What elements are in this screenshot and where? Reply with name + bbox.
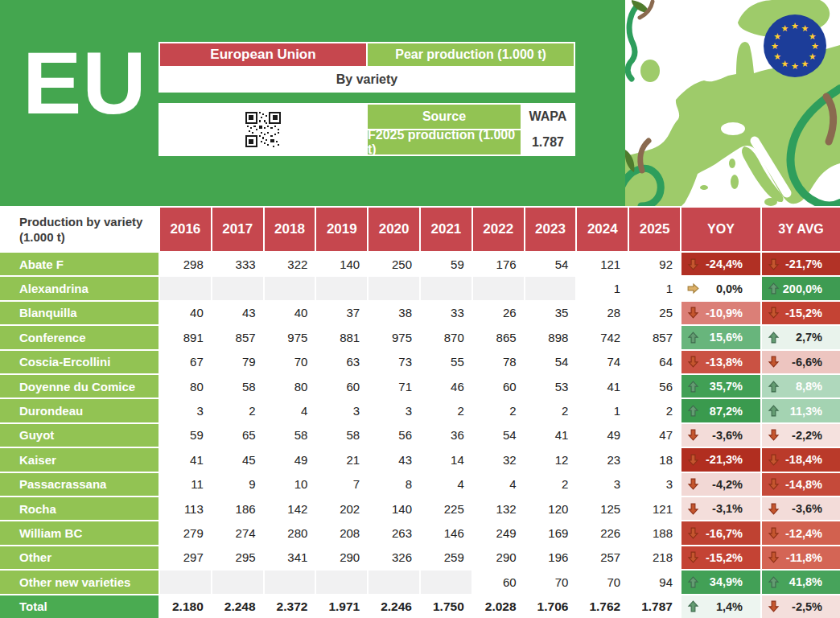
avg-value: -3,6% [780,502,840,515]
value-cell [212,277,263,299]
yoy-cell: -10,9% [681,302,760,324]
variety-label: Abate F [0,253,159,275]
variety-label: Total [0,595,159,618]
variety-label: Blanquilla [0,302,159,324]
value-cell: 1 [577,277,628,299]
value-cell: 43 [212,302,263,324]
value-cell: 55 [421,351,471,373]
value-cell: 94 [629,571,680,593]
trend-up-icon [767,380,780,393]
trend-up-icon [767,331,780,344]
value-cell: 1 [629,277,680,299]
variety-label: Other new varieties [0,571,159,593]
value-cell: 1 [577,399,628,422]
avg-cell: -2,2% [762,424,840,447]
value-cell: 186 [212,497,263,520]
svg-text:★: ★ [811,41,819,52]
value-cell: 58 [316,424,367,447]
yoy-value: -3,1% [700,502,760,515]
ireland-shape [640,60,660,82]
balearic-shape [700,185,708,190]
svg-text:★: ★ [771,41,779,52]
value-cell: 322 [265,253,315,275]
value-cell: 140 [316,253,367,275]
value-cell: 290 [316,546,367,569]
avg-value: 11,3% [780,405,840,418]
yoy-value: -4,2% [700,478,760,491]
trend-down-icon [767,428,780,442]
value-cell: 140 [369,497,419,520]
svg-text:★: ★ [791,61,799,72]
trend-down-icon [686,306,700,319]
value-cell: 35 [525,302,576,324]
value-cell: 259 [421,546,471,569]
value-cell: 80 [160,375,211,398]
value-cell: 41 [160,448,211,471]
wapa-pear-production-infographic: { "country_code": "EU", "header": { "reg… [0,0,840,618]
yoy-cell: 34,9% [681,571,760,593]
value-cell: 1.971 [316,595,367,618]
value-cell: 1.750 [421,595,471,618]
metric-title: Pear production (1.000 t) [368,43,574,66]
value-cell: 63 [316,351,367,373]
value-cell [265,571,315,593]
year-header: 2017 [212,208,263,251]
variety-label: Alexandrina [0,277,159,299]
value-cell [265,277,315,299]
value-cell: 9 [212,473,263,496]
yoy-cell: 15,6% [681,326,760,348]
avg-cell: 200,0% [762,277,840,299]
value-cell: 73 [369,351,419,373]
avg-cell: -14,8% [762,473,840,496]
yoy-cell: -15,2% [681,546,760,569]
value-cell: 257 [577,546,628,569]
value-cell: 295 [212,546,263,569]
value-cell: 18 [629,448,680,471]
avg-cell: 8,8% [762,375,840,398]
value-cell: 2.180 [160,595,211,618]
value-cell: 290 [473,546,524,569]
value-cell: 45 [212,448,263,471]
value-cell: 70 [577,571,628,593]
value-cell: 298 [160,253,211,275]
value-cell: 41 [577,375,628,398]
trend-down-icon [767,258,780,271]
yoy-value: 35,7% [700,380,760,393]
trend-down-icon [686,502,700,516]
value-cell: 218 [629,546,680,569]
trend-down-icon [686,550,700,564]
row-header-line2: (1.000 t) [19,229,65,245]
value-cell: 59 [421,253,471,275]
value-cell [525,277,576,299]
value-cell: 12 [525,448,576,471]
value-cell: 21 [316,448,367,471]
yoy-cell: 0,0% [681,277,760,299]
avg-value: 200,0% [780,282,840,295]
svg-text:★: ★ [781,59,789,69]
source-block: Source WAPA [159,103,575,156]
avg-value: -15,2% [780,307,840,319]
svg-text:★: ★ [781,23,789,34]
avg-cell: -3,6% [762,497,840,520]
avg-value: 41,8% [780,575,840,588]
yoy-cell: 87,2% [681,399,760,422]
value-cell: 857 [629,326,680,348]
variety-label: Kaiser [0,448,159,471]
value-cell: 23 [577,448,628,471]
value-cell: 64 [629,351,680,373]
trend-down-icon [767,599,780,613]
value-cell: 263 [369,521,419,544]
trend-down-icon [686,258,700,271]
value-cell: 3 [629,473,680,496]
svg-text:★: ★ [809,52,817,62]
value-cell: 7 [316,473,367,496]
avg-value: -2,2% [780,429,840,442]
value-cell: 54 [525,253,576,275]
value-cell [316,277,367,299]
yoy-cell: 35,7% [681,375,760,398]
value-cell: 3 [369,399,419,422]
trend-up-icon [767,575,780,589]
value-cell: 32 [473,448,524,471]
year-header: 2022 [473,208,524,251]
svg-text:★: ★ [809,31,817,42]
